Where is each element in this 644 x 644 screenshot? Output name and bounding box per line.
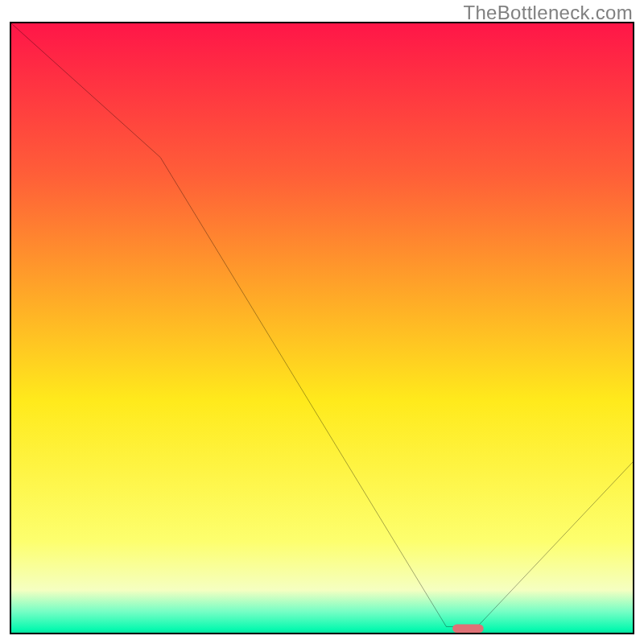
- watermark-text: TheBottleneck.com: [463, 2, 633, 24]
- svg-rect-0: [11, 23, 633, 633]
- chart-background-gradient: [11, 23, 633, 633]
- chart-area: [10, 22, 634, 634]
